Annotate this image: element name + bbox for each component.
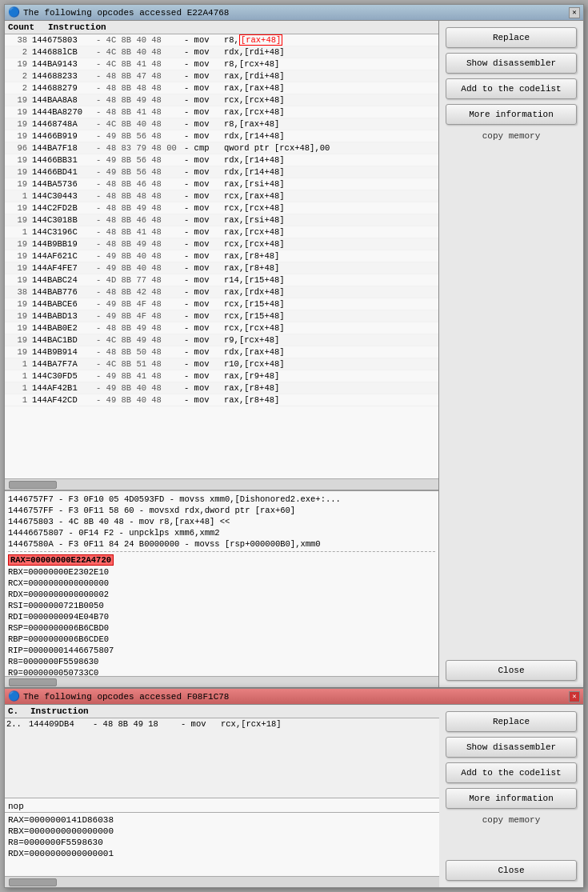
window1-close-button[interactable]: ✕ xyxy=(569,7,580,18)
table-row[interactable]: 96 144BA7F18 - 48 83 79 48 00 - cmp qwor… xyxy=(5,142,438,154)
table-row[interactable]: 19 144AF4FE7 - 49 8B 40 48 - mov rax,[r8… xyxy=(5,262,438,274)
table-row[interactable]: 19 144BABCE6 - 49 8B 4F 48 - mov rcx,[r1… xyxy=(5,298,438,310)
table-row[interactable]: 19 144BABC24 - 4D 8B 77 48 - mov r14,[r1… xyxy=(5,274,438,286)
table-row[interactable]: 19 144B9B914 - 48 8B 50 48 - mov rdx,[ra… xyxy=(5,346,438,358)
register-line2: RDX=0000000000000001 xyxy=(8,848,436,859)
register-line: RBX=00000000E2302E10 xyxy=(8,566,435,578)
table-row[interactable]: 1 144C30443 - 48 8B 48 48 - mov rcx,[rax… xyxy=(5,190,438,202)
second-horizontal-scrollbar[interactable] xyxy=(5,876,439,887)
add-to-codelist-button[interactable]: Add to the codelist xyxy=(446,78,577,99)
second-instruction-rows[interactable]: 2.. 144409DB4 - 48 8B 49 18 - mov rcx,[r… xyxy=(5,718,439,798)
disasm-line: 14446675807 - 0F14 F2 - unpcklps xmm6,xm… xyxy=(8,527,435,538)
col-count-label: Count xyxy=(8,22,48,32)
col-c-label: C. xyxy=(8,706,30,716)
copy-memory-label: copy memory xyxy=(446,130,577,142)
bottom-horizontal-scrollbar[interactable] xyxy=(5,676,438,687)
second-show-disassembler-button[interactable]: Show disassembler xyxy=(446,737,577,758)
table-row[interactable]: 19 144C3018B - 48 8B 46 48 - mov rax,[rs… xyxy=(5,214,438,226)
register-line: RIP=00000001446675807 xyxy=(8,645,435,656)
bottom-hscroll-thumb[interactable] xyxy=(9,678,57,686)
count-cell: 38 xyxy=(6,35,32,45)
register-line: RSI=0000000721B0050 xyxy=(8,600,435,611)
table-row[interactable]: 1 144C3196C - 48 8B 41 48 - mov rax,[rcx… xyxy=(5,226,438,238)
titlebar-1: 🔵 The following opcodes accessed E22A476… xyxy=(5,5,583,21)
table-row[interactable]: 19 144BABD13 - 49 8B 4F 48 - mov rcx,[r1… xyxy=(5,310,438,322)
window2-close-button[interactable]: ✕ xyxy=(569,691,580,702)
register-line: RSP=0000000006B6CBD0 xyxy=(8,622,435,634)
table-row[interactable]: 1 144BA7F7A - 4C 8B 51 48 - mov r10,[rcx… xyxy=(5,358,438,370)
bytes-cell: - 4C 8B 40 48 xyxy=(96,35,184,45)
register-line2: RBX=0000000000000000 xyxy=(8,826,436,837)
table-row[interactable]: 2 144688233 - 48 8B 47 48 - mov rax,[rdi… xyxy=(5,70,438,82)
table-row[interactable]: 1 144AF42CD - 49 8B 40 48 - mov rax,[r8+… xyxy=(5,394,438,406)
table-row[interactable]: 19 144C2FD2B - 48 8B 49 48 - mov rcx,[rc… xyxy=(5,202,438,214)
hscroll-thumb[interactable] xyxy=(9,481,57,489)
second-register-area: RAX=0000000141D86038 RBX=000000000000000… xyxy=(5,812,439,876)
table-row[interactable]: 19 144BAC1BD - 4C 8B 49 48 - mov r9,[rcx… xyxy=(5,334,438,346)
table-row[interactable]: 19 144BA5736 - 48 8B 46 48 - mov rax,[rs… xyxy=(5,178,438,190)
replace-button[interactable]: Replace xyxy=(446,27,577,48)
disasm-line2: nop xyxy=(8,801,436,812)
second-table-header: C. Instruction xyxy=(5,705,439,718)
second-more-information-button[interactable]: More information xyxy=(446,788,577,809)
second-copy-memory-label: copy memory xyxy=(446,814,577,826)
show-disassembler-button[interactable]: Show disassembler xyxy=(446,53,577,74)
second-hscroll-thumb[interactable] xyxy=(9,878,57,886)
register-line: RAX=00000000E22A4720 xyxy=(8,554,435,566)
instruction-rows[interactable]: 38 144675803 - 4C 8B 40 48 - mov r8,[rax… xyxy=(5,34,438,478)
table-row[interactable]: 19 14466BD41 - 49 8B 56 48 - mov rdx,[r1… xyxy=(5,166,438,178)
addr-cell: 144675803 xyxy=(32,35,96,45)
window2-title: The following opcodes accessed F08F1C78 xyxy=(23,692,229,702)
second-window: 🔵 The following opcodes accessed F08F1C7… xyxy=(4,688,584,888)
register-line: RBP=0000000006B6CDE0 xyxy=(8,634,435,645)
table-row[interactable]: 19 1444BA8270 - 48 8B 41 48 - mov rax,[r… xyxy=(5,106,438,118)
table-row[interactable]: 38 144BAB776 - 48 8B 42 48 - mov rax,[rd… xyxy=(5,286,438,298)
register-line: RDX=0000000000000002 xyxy=(8,589,435,600)
col-instruction-label: Instruction xyxy=(48,22,435,32)
table-row[interactable]: 19 144BAB0E2 - 48 8B 49 48 - mov rcx,[rc… xyxy=(5,322,438,334)
table-row[interactable]: 2 144688279 - 48 8B 48 48 - mov rax,[rax… xyxy=(5,82,438,94)
register-line: R8=0000000F5598630 xyxy=(8,656,435,667)
table-row[interactable]: 19 14466B919 - 49 8B 56 48 - mov rdx,[r1… xyxy=(5,130,438,142)
left-panel: Count Instruction 38 144675803 - 4C 8B 4… xyxy=(5,21,439,687)
table-row[interactable]: 19 144B9BB19 - 48 8B 49 48 - mov rcx,[rc… xyxy=(5,238,438,250)
register-line2: RAX=0000000141D86038 xyxy=(8,814,436,826)
table-row[interactable]: 19 144BA9143 - 4C 8B 41 48 - mov r8,[rcx… xyxy=(5,58,438,70)
second-replace-button[interactable]: Replace xyxy=(446,711,577,732)
window2-content: C. Instruction 2.. 144409DB4 - 48 8B 49 … xyxy=(5,705,583,887)
disasm-line: 1446757FF - F3 0F11 58 60 - movsxd rdx,d… xyxy=(8,505,435,516)
table-row[interactable]: 19 144BAA8A8 - 48 8B 49 48 - mov rcx,[rc… xyxy=(5,94,438,106)
table-header: Count Instruction xyxy=(5,21,438,34)
highlighted-operand: [rax+48] xyxy=(239,34,282,46)
register-line: R9=0000000050733C0 xyxy=(8,667,435,676)
main-window: 🔵 The following opcodes accessed E22A476… xyxy=(4,4,584,688)
right-panel: Replace Show disassembler Add to the cod… xyxy=(439,21,583,687)
mnem-cell: - mov xyxy=(184,35,224,45)
table-row[interactable]: 19 144AF621C - 49 8B 40 48 - mov rax,[r8… xyxy=(5,250,438,262)
table-row[interactable]: 38 144675803 - 4C 8B 40 48 - mov r8,[rax… xyxy=(5,34,438,46)
table-row[interactable]: 19 14466BB31 - 49 8B 56 48 - mov rdx,[r1… xyxy=(5,154,438,166)
col-instruction2-label: Instruction xyxy=(30,706,436,716)
window1-content: Count Instruction 38 144675803 - 4C 8B 4… xyxy=(5,21,583,687)
table-row[interactable]: 2 144688lCB - 4C 8B 40 48 - mov rdx,[rdi… xyxy=(5,46,438,58)
close-button[interactable]: Close xyxy=(446,660,577,681)
second-close-button[interactable]: Close xyxy=(446,860,577,881)
table-row[interactable]: 2.. 144409DB4 - 48 8B 49 18 - mov rcx,[r… xyxy=(5,718,439,730)
register-line: RCX=0000000000000000 xyxy=(8,578,435,589)
second-disasm-area: nop 144409DB0 - 41 8B 50 08 - mov edx,[r… xyxy=(5,798,439,812)
second-left-panel: C. Instruction 2.. 144409DB4 - 48 8B 49 … xyxy=(5,705,439,887)
second-add-to-codelist-button[interactable]: Add to the codelist xyxy=(446,762,577,783)
disasm-line: 1446757F7 - F3 0F10 05 4D0593FD - movss … xyxy=(8,494,435,505)
horizontal-scrollbar[interactable] xyxy=(5,478,438,490)
bottom-area: 1446757F7 - F3 0F10 05 4D0593FD - movss … xyxy=(5,490,438,676)
more-information-button[interactable]: More information xyxy=(446,104,577,125)
register-line: RDI=0000000094E04B70 xyxy=(8,611,435,622)
table-row[interactable]: 1 144AF42B1 - 49 8B 40 48 - mov rax,[r8+… xyxy=(5,382,438,394)
table-row[interactable]: 1 144C30FD5 - 49 8B 41 48 - mov rax,[r9+… xyxy=(5,370,438,382)
second-right-panel: Replace Show disassembler Add to the cod… xyxy=(439,705,583,887)
window1-title: The following opcodes accessed E22A4768 xyxy=(23,8,229,18)
disasm-line: 14467580A - F3 0F11 84 24 B0000000 - mov… xyxy=(8,538,435,550)
operand-cell: r8,[rax+48] xyxy=(224,35,437,45)
disasm-line: 144675803 - 4C 8B 40 48 - mov r8,[rax+48… xyxy=(8,516,435,527)
table-row[interactable]: 19 14468748A - 4C 8B 40 48 - mov r8,[rax… xyxy=(5,118,438,130)
